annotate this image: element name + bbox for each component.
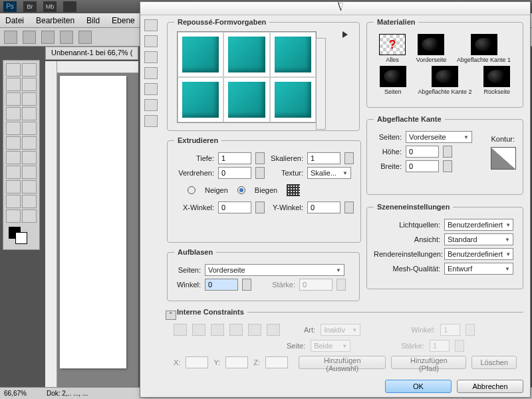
opt-icon[interactable] — [23, 31, 36, 44]
history-brush-tool-icon[interactable] — [22, 122, 37, 135]
cancel-button[interactable]: Abbrechen — [457, 380, 523, 393]
bevel-height-input[interactable] — [406, 146, 439, 158]
marquee-tool-icon[interactable] — [22, 63, 37, 76]
bevel-width-input[interactable] — [406, 160, 439, 172]
3d-tool-icon[interactable] — [6, 195, 21, 208]
texture-select[interactable]: Skalie... — [307, 167, 351, 179]
preset-thumb[interactable] — [178, 32, 223, 77]
path-tool-icon[interactable] — [6, 180, 21, 194]
xangle-spinner[interactable] — [255, 201, 265, 213]
blur-tool-icon[interactable] — [6, 151, 21, 164]
inflate-angle-spinner[interactable] — [242, 279, 251, 291]
view-select[interactable]: Standard — [444, 233, 513, 245]
wand-tool-icon[interactable] — [22, 78, 37, 91]
constraint-tool-icon[interactable] — [211, 324, 224, 336]
bend-neigen-radio[interactable] — [188, 186, 196, 194]
xangle-input[interactable] — [218, 201, 251, 213]
mesh-select[interactable]: Entwurf — [444, 263, 513, 275]
y-input — [225, 356, 248, 368]
opt-icon[interactable] — [60, 31, 73, 44]
material-all[interactable]: ? — [379, 34, 406, 55]
br-icon[interactable]: Br — [23, 1, 37, 12]
preset-thumb[interactable] — [270, 32, 316, 77]
mesh-slide-icon[interactable] — [144, 67, 158, 79]
preset-thumb[interactable] — [178, 77, 223, 122]
type-tool-icon[interactable] — [22, 166, 37, 179]
view-icon[interactable] — [63, 1, 76, 12]
material-back[interactable] — [483, 66, 510, 87]
preset-thumb[interactable] — [223, 32, 269, 77]
yangle-spinner[interactable] — [344, 201, 354, 213]
lights-select[interactable]: Benutzerdefiniert — [444, 219, 513, 231]
menu-image[interactable]: Bild — [86, 16, 100, 25]
bevel-height-spinner[interactable] — [443, 146, 452, 158]
gradient-tool-icon[interactable] — [22, 136, 37, 150]
stamp-tool-icon[interactable] — [6, 122, 21, 135]
scale-input[interactable] — [307, 152, 340, 164]
background-swatch[interactable] — [15, 232, 27, 244]
scene-title: Szeneneinstellungen — [374, 203, 453, 211]
material-front[interactable] — [418, 34, 444, 55]
heal-tool-icon[interactable] — [6, 107, 21, 120]
scale-spinner[interactable] — [344, 152, 354, 164]
ok-button[interactable]: OK — [385, 380, 452, 393]
move-tool-icon[interactable] — [6, 63, 21, 76]
mesh-pan-icon[interactable] — [144, 51, 158, 63]
depth-spinner[interactable] — [255, 152, 265, 164]
tool-preset-icon[interactable] — [4, 31, 17, 44]
shape-tool-icon[interactable] — [22, 180, 37, 194]
constraint-tool-icon[interactable] — [229, 324, 243, 336]
mesh-rotate-icon[interactable] — [144, 19, 158, 31]
mesh-home-icon[interactable] — [144, 99, 158, 111]
bend-biegen-radio[interactable] — [237, 186, 245, 194]
menu-edit[interactable]: Bearbeiten — [36, 16, 74, 25]
dodge-tool-icon[interactable] — [22, 151, 37, 164]
material-sides[interactable] — [380, 66, 406, 87]
rotate-tool-icon[interactable] — [6, 209, 21, 223]
grid-icon[interactable] — [287, 184, 300, 196]
constraint-tool-icon[interactable] — [174, 324, 187, 336]
pen-tool-icon[interactable] — [6, 166, 21, 179]
document-tab[interactable]: Unbenannt-1 bei 66,7% ( — [45, 47, 138, 60]
inflate-sides-select[interactable]: Vorderseite — [205, 264, 344, 276]
color-swatches[interactable] — [6, 227, 37, 247]
menu-file[interactable]: Datei — [5, 16, 24, 25]
preset-thumb[interactable] — [223, 77, 269, 122]
document-canvas[interactable] — [60, 76, 126, 368]
constraint-tool-icon[interactable] — [248, 324, 261, 336]
opt-icon[interactable] — [41, 31, 55, 44]
collapse-toggle-icon[interactable]: ⌃ — [166, 311, 176, 320]
twist-spinner[interactable] — [255, 167, 265, 179]
lasso-tool-icon[interactable] — [6, 78, 21, 91]
hand-tool-icon[interactable] — [22, 195, 37, 208]
crop-tool-icon[interactable] — [6, 92, 21, 106]
contour-preview[interactable] — [491, 147, 516, 170]
preset-thumb[interactable] — [270, 77, 316, 122]
twist-input[interactable] — [218, 167, 251, 179]
depth-input[interactable] — [218, 152, 251, 164]
material-bevel2[interactable] — [432, 66, 458, 87]
mb-icon[interactable]: Mb — [43, 1, 57, 12]
internal-title: Interne Constraints — [174, 308, 247, 316]
opt-icon[interactable] — [78, 31, 92, 44]
inflate-angle-input[interactable] — [205, 279, 238, 291]
constraint-tool-icon[interactable] — [192, 324, 205, 336]
yangle-input[interactable] — [307, 201, 340, 213]
mesh-roll-icon[interactable] — [144, 35, 158, 47]
bevel-width-spinner[interactable] — [443, 160, 452, 172]
menu-layer[interactable]: Ebene — [112, 16, 135, 25]
bevel-group: Abgeflachte Kante Seiten: Vorderseite Hö… — [366, 115, 523, 195]
preset-menu-icon[interactable] — [342, 31, 351, 38]
constraint-tool-icon[interactable] — [267, 324, 280, 336]
preset-scrollbar[interactable] — [316, 38, 326, 130]
eraser-tool-icon[interactable] — [6, 136, 21, 150]
zoom-tool-icon[interactable] — [22, 209, 37, 223]
material-bevel1[interactable] — [471, 34, 497, 55]
mesh-light-icon[interactable] — [144, 115, 158, 127]
render-select[interactable]: Benutzerdefiniert — [444, 248, 513, 260]
mesh-scale-icon[interactable] — [144, 83, 158, 95]
eyedropper-tool-icon[interactable] — [22, 92, 37, 106]
dialog-titlebar[interactable] — [140, 2, 530, 15]
brush-tool-icon[interactable] — [22, 107, 37, 120]
bevel-sides-select[interactable]: Vorderseite — [406, 131, 472, 143]
